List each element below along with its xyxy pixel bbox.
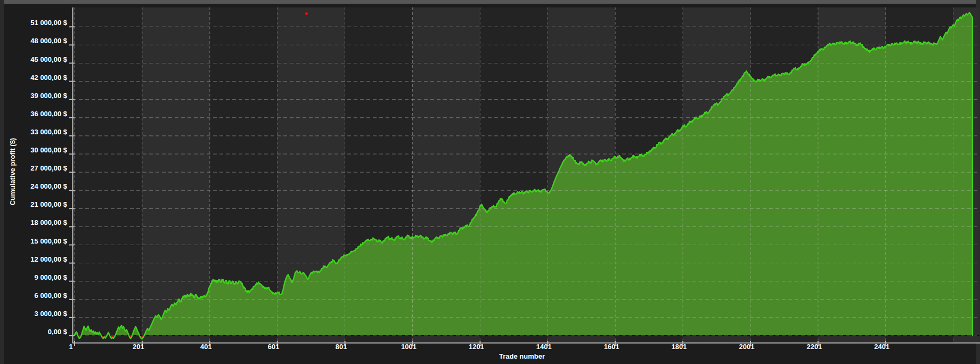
- x-tick-label: 601: [268, 343, 280, 351]
- x-tick-label: 1001: [401, 343, 416, 351]
- x-tick-label: 1601: [604, 343, 619, 351]
- y-tick-label: 18 000,00 $: [7, 219, 67, 227]
- y-tick-label: 48 000,00 $: [7, 37, 67, 45]
- trading-stats-window: 0,00 $3 000,00 $6 000,00 $9 000,00 $12 0…: [0, 0, 980, 364]
- y-tick-label: 45 000,00 $: [7, 55, 67, 63]
- x-axis-title: Trade number: [499, 352, 545, 360]
- y-tick-label: 39 000,00 $: [7, 92, 67, 100]
- x-tick-label: 1401: [536, 343, 552, 351]
- y-tick-label: 12 000,00 $: [7, 255, 67, 263]
- y-tick-label: 6 000,00 $: [7, 292, 67, 300]
- cumulative-profit-chart[interactable]: [4, 4, 980, 364]
- x-tick-label: 201: [133, 343, 144, 351]
- x-tick-label: 1201: [469, 343, 484, 351]
- x-tick-label: 1801: [672, 343, 687, 351]
- x-tick-label: 2201: [806, 343, 822, 351]
- window-top-edge: [4, 0, 976, 4]
- y-tick-label: 3 000,00 $: [7, 310, 67, 318]
- x-tick-label: 801: [336, 343, 347, 351]
- y-tick-label: 51 000,00 $: [7, 19, 67, 27]
- y-tick-label: 0,00 $: [7, 328, 67, 336]
- equity-curve-panel: 0,00 $3 000,00 $6 000,00 $9 000,00 $12 0…: [4, 4, 976, 364]
- y-tick-label: 9 000,00 $: [7, 273, 67, 281]
- x-tick-label: 2001: [739, 343, 755, 351]
- x-tick-label: 1: [69, 343, 72, 351]
- y-axis-title: Cumulative profit ($): [9, 129, 17, 214]
- y-tick-label: 15 000,00 $: [7, 237, 67, 245]
- y-tick-label: 42 000,00 $: [7, 74, 67, 82]
- y-tick-label: 36 000,00 $: [7, 110, 67, 118]
- x-tick-label: 2401: [874, 343, 889, 351]
- x-tick-label: 401: [200, 343, 212, 351]
